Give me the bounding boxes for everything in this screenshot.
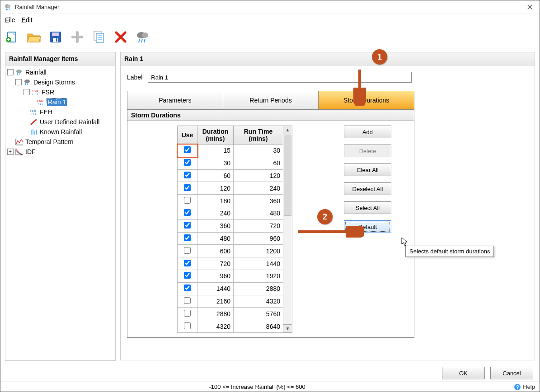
new-icon[interactable] bbox=[5, 30, 19, 44]
collapse-icon[interactable]: − bbox=[23, 89, 30, 95]
duration-cell[interactable]: 480 bbox=[197, 232, 234, 245]
scroll-down-icon[interactable]: ▼ bbox=[283, 324, 292, 332]
duration-cell[interactable]: 15 bbox=[197, 145, 234, 157]
runtime-cell[interactable]: 1200 bbox=[234, 245, 283, 257]
use-checkbox[interactable] bbox=[184, 209, 191, 216]
runtime-cell[interactable]: 4320 bbox=[234, 295, 283, 308]
collapse-icon[interactable]: − bbox=[15, 79, 22, 85]
close-button[interactable]: ✕ bbox=[524, 2, 536, 12]
use-cell[interactable] bbox=[178, 282, 197, 295]
deselect-all-button[interactable]: Deselect All bbox=[344, 182, 391, 195]
menu-file[interactable]: File bbox=[5, 16, 15, 23]
use-checkbox[interactable] bbox=[184, 234, 191, 241]
label-input[interactable] bbox=[148, 72, 412, 83]
table-row[interactable]: 14402880 bbox=[178, 282, 283, 295]
add-icon[interactable] bbox=[70, 30, 85, 44]
tree-fsr[interactable]: − FSR FSR bbox=[7, 87, 113, 97]
runtime-cell[interactable]: 480 bbox=[234, 207, 283, 219]
table-scrollbar[interactable]: ▲ ▼ bbox=[283, 126, 292, 333]
duration-cell[interactable]: 1440 bbox=[197, 282, 234, 295]
use-checkbox[interactable] bbox=[184, 184, 191, 191]
use-checkbox[interactable] bbox=[184, 222, 191, 229]
table-row[interactable]: 240480 bbox=[178, 207, 283, 219]
save-icon[interactable] bbox=[48, 30, 63, 44]
select-all-button[interactable]: Select All bbox=[344, 201, 391, 214]
duration-cell[interactable]: 360 bbox=[197, 219, 234, 232]
help-link[interactable]: ? Help bbox=[514, 383, 540, 391]
duration-cell[interactable]: 2880 bbox=[197, 308, 234, 320]
rainfall-icon[interactable] bbox=[135, 30, 150, 44]
use-cell[interactable] bbox=[178, 157, 197, 169]
use-checkbox[interactable] bbox=[184, 247, 191, 254]
table-row[interactable]: 28805760 bbox=[178, 308, 283, 320]
runtime-cell[interactable]: 5760 bbox=[234, 308, 283, 320]
duration-cell[interactable]: 960 bbox=[197, 270, 234, 282]
table-row[interactable]: 60120 bbox=[178, 169, 283, 182]
menu-edit[interactable]: Edit bbox=[22, 16, 33, 23]
use-checkbox[interactable] bbox=[184, 197, 191, 204]
use-cell[interactable] bbox=[178, 232, 197, 245]
duration-cell[interactable]: 240 bbox=[197, 207, 234, 219]
table-row[interactable]: 3060 bbox=[178, 157, 283, 169]
duration-cell[interactable]: 60 bbox=[197, 169, 234, 182]
scroll-up-icon[interactable]: ▲ bbox=[283, 126, 292, 134]
use-checkbox[interactable] bbox=[184, 285, 191, 291]
runtime-cell[interactable]: 1920 bbox=[234, 270, 283, 282]
use-cell[interactable] bbox=[178, 207, 197, 219]
use-cell[interactable] bbox=[178, 245, 197, 257]
runtime-cell[interactable]: 30 bbox=[234, 145, 283, 157]
use-cell[interactable] bbox=[178, 308, 197, 320]
table-row[interactable]: 120240 bbox=[178, 182, 283, 195]
use-cell[interactable] bbox=[178, 320, 197, 333]
use-cell[interactable] bbox=[178, 195, 197, 207]
tree-feh[interactable]: FEH FEH bbox=[7, 107, 113, 117]
expand-icon[interactable]: + bbox=[7, 149, 14, 155]
runtime-cell[interactable]: 60 bbox=[234, 157, 283, 169]
tab-return-periods[interactable]: Return Periods bbox=[223, 91, 319, 109]
runtime-cell[interactable]: 720 bbox=[234, 219, 283, 232]
runtime-cell[interactable]: 1440 bbox=[234, 257, 283, 270]
table-row[interactable]: 360720 bbox=[178, 219, 283, 232]
col-runtime[interactable]: Run Time (mins) bbox=[234, 126, 283, 145]
clear-all-button[interactable]: Clear All bbox=[344, 163, 391, 176]
use-cell[interactable] bbox=[178, 270, 197, 282]
tree-rain1[interactable]: FSR Rain 1 bbox=[7, 97, 113, 107]
runtime-cell[interactable]: 120 bbox=[234, 169, 283, 182]
tab-parameters[interactable]: Parameters bbox=[127, 91, 223, 109]
duration-cell[interactable]: 4320 bbox=[197, 320, 234, 333]
use-checkbox[interactable] bbox=[184, 260, 191, 266]
duration-cell[interactable]: 720 bbox=[197, 257, 234, 270]
add-button[interactable]: Add bbox=[344, 126, 391, 138]
duration-cell[interactable]: 180 bbox=[197, 195, 234, 207]
duration-cell[interactable]: 120 bbox=[197, 182, 234, 195]
tab-storm-durations[interactable]: Storm Durations bbox=[319, 91, 414, 109]
tree-rainfall[interactable]: − Rainfall bbox=[7, 67, 113, 77]
duration-cell[interactable]: 2160 bbox=[197, 295, 234, 308]
use-checkbox[interactable] bbox=[184, 322, 191, 329]
runtime-cell[interactable]: 240 bbox=[234, 182, 283, 195]
table-row[interactable]: 21604320 bbox=[178, 295, 283, 308]
copy-icon[interactable] bbox=[92, 30, 106, 44]
tree-user-defined[interactable]: User Defined Rainfall bbox=[7, 117, 113, 127]
tree-known[interactable]: Known Rainfall bbox=[7, 127, 113, 137]
collapse-icon[interactable]: − bbox=[7, 69, 14, 75]
open-icon[interactable] bbox=[27, 30, 41, 44]
use-cell[interactable] bbox=[178, 182, 197, 195]
use-checkbox[interactable] bbox=[184, 297, 191, 304]
table-row[interactable]: 480960 bbox=[178, 232, 283, 245]
scroll-thumb[interactable] bbox=[284, 135, 291, 216]
delete-button[interactable]: Delete bbox=[344, 145, 391, 157]
delete-icon[interactable] bbox=[113, 30, 128, 44]
table-row[interactable]: 6001200 bbox=[178, 245, 283, 257]
ok-button[interactable]: OK bbox=[442, 367, 485, 379]
use-cell[interactable] bbox=[178, 295, 197, 308]
duration-cell[interactable]: 30 bbox=[197, 157, 234, 169]
tree-design-storms[interactable]: − Design Storms bbox=[7, 77, 113, 87]
use-checkbox[interactable] bbox=[184, 146, 191, 153]
col-use[interactable]: Use bbox=[178, 126, 197, 145]
use-checkbox[interactable] bbox=[184, 310, 191, 317]
tree-idf[interactable]: + IDF bbox=[7, 147, 113, 157]
use-checkbox[interactable] bbox=[184, 159, 191, 166]
runtime-cell[interactable]: 8640 bbox=[234, 320, 283, 333]
runtime-cell[interactable]: 2880 bbox=[234, 282, 283, 295]
